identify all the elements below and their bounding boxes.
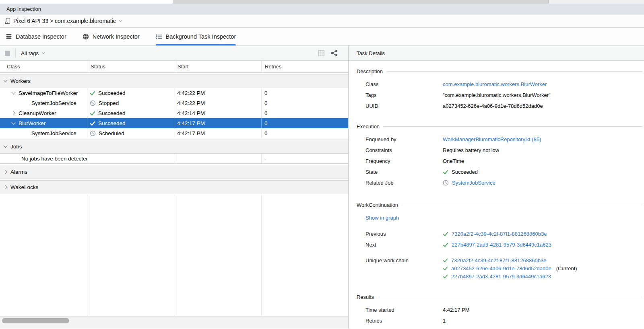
status-cell: Succeeded — [98, 90, 126, 96]
process-selector[interactable]: Pixel 6 API 33 > com.example.bluromatic — [0, 14, 644, 28]
workcontinuation-section-title: WorkContinuation — [349, 202, 644, 208]
chevron-down-icon[interactable] — [12, 121, 16, 125]
active-tab-underline — [156, 44, 236, 45]
column-header-start[interactable]: Start — [174, 61, 262, 72]
start-cell: 4:42:17 PM — [177, 130, 205, 136]
section-row-wakelocks[interactable]: WakeLocks — [0, 180, 348, 194]
task-table-pane: All tags — [0, 46, 349, 329]
tab-background-task-inspector[interactable]: Background Task Inspector — [156, 28, 236, 45]
task-tree: Workers SaveImageToFileWorker Succeeded … — [0, 73, 348, 329]
table-row-systemjobservice-stopped[interactable]: SystemJobService Stopped 4:42:22 PM 0 — [0, 98, 348, 108]
tab-network-inspector[interactable]: Network Inspector — [83, 28, 140, 45]
toolbar-divider — [15, 49, 16, 57]
column-divider — [87, 194, 87, 316]
previous-work-link[interactable]: 7320a2f2-4c39-4c2f-87f1-881268860b3e — [452, 231, 547, 237]
column-header-status[interactable]: Status — [87, 61, 174, 72]
chevron-right-icon[interactable] — [4, 185, 8, 189]
all-tags-dropdown[interactable]: All tags — [21, 50, 45, 56]
success-check-icon — [90, 121, 95, 126]
detail-row-frequency: Frequency OneTime — [349, 156, 644, 167]
table-row-no-jobs[interactable]: No jobs have been detected - — [0, 154, 348, 164]
success-check-icon — [443, 258, 448, 263]
chain-work-link[interactable]: 7320a2f2-4c39-4c2f-87f1-881268860b3e — [451, 257, 546, 264]
next-work-link[interactable]: 227b4897-2ad3-4281-9579-3d6449c1a623 — [452, 242, 551, 248]
detail-row-time-started: Time started 4:42:17 PM — [349, 304, 644, 315]
section-label: WakeLocks — [10, 184, 38, 190]
table-row-cleanupworker[interactable]: CleanupWorker Succeeded 4:42:14 PM 0 — [0, 108, 348, 118]
table-view-icon[interactable] — [318, 50, 324, 56]
chevron-down-icon[interactable] — [4, 78, 8, 82]
related-job-link[interactable]: SystemJobService — [452, 180, 495, 186]
constraints-value: Requires battery not low — [443, 147, 499, 153]
state-value: Succeeded — [452, 169, 478, 175]
tab-label: Background Task Inspector — [166, 33, 236, 40]
stop-icon[interactable] — [5, 51, 10, 56]
table-empty-area — [0, 194, 348, 316]
scrollbar-thumb[interactable] — [2, 318, 69, 323]
section-row-workers[interactable]: Workers — [0, 74, 348, 88]
horizontal-scrollbar[interactable] — [0, 316, 348, 329]
list-icon — [156, 33, 162, 40]
start-cell: 4:42:22 PM — [177, 90, 205, 96]
chain-work-link[interactable]: 227b4897-2ad3-4281-9579-3d6449c1a623 — [451, 273, 551, 280]
chevron-right-icon[interactable] — [12, 111, 16, 115]
chain-item: 7320a2f2-4c39-4c2f-87f1-881268860b3e — [443, 257, 577, 264]
show-in-graph-link[interactable]: Show in graph — [365, 215, 399, 221]
table-row-saveimagetofileworker[interactable]: SaveImageToFileWorker Succeeded 4:42:22 … — [0, 88, 348, 98]
status-cell: Succeeded — [98, 120, 126, 126]
tab-label: Database Inspector — [16, 33, 66, 40]
current-marker: (Current) — [556, 265, 577, 272]
class-cell: CleanupWorker — [19, 110, 56, 116]
task-details-pane: Task Details Description Class com.examp… — [349, 46, 644, 329]
window-edge-right — [549, 0, 644, 4]
detail-row-next: Next 227b4897-2ad3-4281-9579-3d6449c1a62… — [349, 239, 644, 250]
section-label: Alarms — [10, 169, 27, 175]
chain-item-current: a0273452-626e-4a06-9d1e-78d6d52dad0e (Cu… — [443, 265, 577, 272]
results-section-title: Results — [349, 294, 644, 300]
class-link[interactable]: com.example.bluromatic.workers.BlurWorke… — [443, 81, 547, 87]
retries-cell: 0 — [264, 90, 268, 96]
inspector-tabs: Database Inspector Network Inspector Bac… — [0, 28, 644, 46]
graph-view-icon[interactable] — [331, 50, 338, 56]
chevron-down-icon — [119, 19, 122, 22]
globe-icon — [83, 33, 89, 40]
retries-cell: 0 — [264, 100, 268, 106]
chain-work-link[interactable]: a0273452-626e-4a06-9d1e-78d6d52dad0e — [451, 265, 551, 272]
retries-cell: 0 — [264, 130, 268, 136]
section-label: Jobs — [10, 144, 22, 150]
enqueued-by-link[interactable]: WorkManagerBluromaticRepository.kt (85) — [443, 136, 541, 142]
window-edge-left — [0, 0, 173, 4]
detail-row-class: Class com.example.bluromatic.workers.Blu… — [349, 79, 644, 90]
section-row-jobs[interactable]: Jobs — [0, 140, 348, 154]
task-details-header: Task Details — [349, 46, 644, 61]
frequency-value: OneTime — [443, 158, 464, 164]
status-cell: Scheduled — [99, 130, 124, 136]
show-in-graph-row: Show in graph — [349, 212, 644, 223]
table-row-systemjobservice-scheduled[interactable]: SystemJobService Scheduled 4:42:17 PM 0 — [0, 128, 348, 138]
stopped-icon — [90, 100, 96, 106]
chevron-down-icon[interactable] — [12, 90, 16, 95]
detail-row-retries: Retries 1 — [349, 315, 644, 326]
uuid-value: a0273452-626e-4a06-9d1e-78d6d52dad0e — [443, 103, 543, 109]
chevron-down-icon[interactable] — [4, 144, 8, 148]
detail-row-related-job: Related Job SystemJobService — [349, 177, 644, 188]
panel-title: App Inspection — [0, 4, 644, 14]
tab-database-inspector[interactable]: Database Inspector — [6, 28, 66, 45]
window-edge-mid — [173, 0, 549, 4]
chevron-right-icon[interactable] — [4, 170, 8, 174]
section-rule — [387, 71, 642, 72]
time-started-value: 4:42:17 PM — [443, 307, 470, 313]
table-row-blurworker-selected[interactable]: BlurWorker Succeeded 4:42:17 PM 0 — [0, 118, 348, 128]
success-check-icon — [443, 274, 448, 279]
class-cell: SystemJobService — [31, 100, 76, 106]
tags-value: "com.example.bluromatic.workers.BlurWork… — [443, 92, 551, 98]
status-cell: Succeeded — [98, 110, 126, 116]
column-divider — [261, 194, 262, 316]
column-header-retries[interactable]: Retries — [262, 61, 348, 72]
retries-cell: 0 — [264, 110, 268, 116]
success-check-icon — [90, 90, 95, 96]
section-row-alarms[interactable]: Alarms — [0, 165, 348, 179]
retries-cell: - — [264, 156, 266, 162]
column-header-class[interactable]: Class — [0, 61, 87, 72]
clock-icon — [443, 180, 449, 186]
